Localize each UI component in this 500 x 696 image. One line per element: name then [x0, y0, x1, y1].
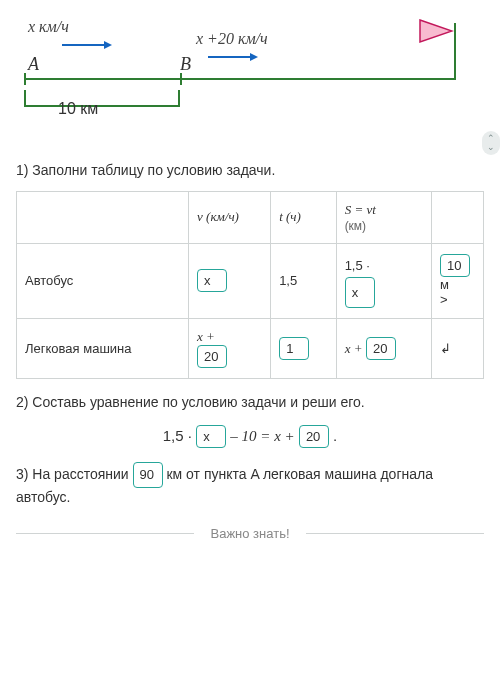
diagram-area: x км/ч A x +20 км/ч B 10 км ⌃ ⌄ — [0, 0, 500, 143]
svg-marker-4 — [420, 20, 452, 42]
bus-s: 1,5 · x — [336, 243, 431, 319]
input-bus-v[interactable]: x — [197, 269, 227, 292]
header-t: t (ч) — [271, 191, 337, 243]
equation: 1,5 · x – 10 = x + 20 . — [16, 425, 484, 448]
input-car-t[interactable]: 1 — [279, 337, 309, 360]
flagpole — [454, 23, 456, 80]
table-row-bus: Автобус x 1,5 1,5 · x 10 м > — [17, 243, 484, 319]
car-v: x + 20 — [189, 319, 271, 379]
task1-text: 1) Заполни таблицу по условию задачи. — [16, 161, 484, 181]
car-arrow: ↲ — [432, 319, 484, 379]
input-eq-1[interactable]: x — [196, 425, 226, 448]
svg-marker-3 — [250, 53, 258, 61]
footer-text: Важно знать! — [194, 526, 305, 541]
motion-diagram: x км/ч A x +20 км/ч B 10 км — [16, 18, 484, 133]
header-extra — [432, 191, 484, 243]
tick-mark — [24, 73, 26, 85]
point-b-label: B — [180, 54, 191, 75]
scroll-control[interactable]: ⌃ ⌄ — [482, 131, 500, 155]
car-s: x + 20 — [336, 319, 431, 379]
distance-bracket — [24, 90, 180, 112]
table-row-car: Легковая машина x + 20 1 x + 20 ↲ — [17, 319, 484, 379]
point-a-label: A — [28, 54, 39, 75]
task3-text: 3) На расстоянии 90 км от пункта A легко… — [16, 462, 484, 508]
bus-t: 1,5 — [271, 243, 337, 319]
flag-icon — [418, 18, 454, 46]
speed-label-b: x +20 км/ч — [196, 30, 268, 48]
header-s: S = vt(км) — [336, 191, 431, 243]
bus-name: Автобус — [17, 243, 189, 319]
input-car-s[interactable]: 20 — [366, 337, 396, 360]
input-eq-2[interactable]: 20 — [299, 425, 329, 448]
input-bus-extra[interactable]: 10 — [440, 254, 470, 277]
car-t: 1 — [271, 319, 337, 379]
svg-marker-1 — [104, 41, 112, 49]
chevron-down-icon: ⌄ — [482, 143, 500, 152]
tick-mark — [180, 73, 182, 85]
bus-v: x — [189, 243, 271, 319]
speed-label-a: x км/ч — [28, 18, 69, 36]
arrow-icon — [62, 40, 112, 50]
input-car-v[interactable]: 20 — [197, 345, 227, 368]
distance-label: 10 км — [58, 100, 98, 118]
input-task3[interactable]: 90 — [133, 462, 163, 488]
bus-extra: 10 м > — [432, 243, 484, 319]
header-empty — [17, 191, 189, 243]
input-bus-s[interactable]: x — [345, 277, 375, 308]
data-table: v (км/ч) t (ч) S = vt(км) Автобус x 1,5 … — [16, 191, 484, 380]
task2-text: 2) Составь уравнение по условию задачи и… — [16, 393, 484, 413]
path-line — [24, 78, 454, 80]
header-v: v (км/ч) — [189, 191, 271, 243]
car-name: Легковая машина — [17, 319, 189, 379]
footer-divider: Важно знать! — [16, 526, 484, 541]
arrow-icon — [208, 52, 258, 62]
